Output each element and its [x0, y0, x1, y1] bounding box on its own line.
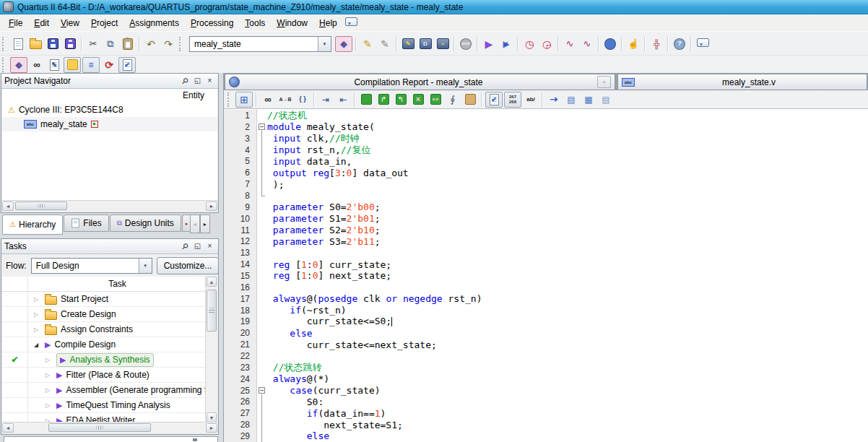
scroll-thumb[interactable]: [48, 423, 151, 432]
code-line[interactable]: 13: [224, 247, 868, 259]
code-editor[interactable]: 1//状态机2−module mealy_state(3 input clk,/…: [224, 110, 868, 442]
fold-margin[interactable]: −: [257, 385, 267, 396]
code-line[interactable]: 26 S0:: [224, 396, 868, 407]
code-line[interactable]: 15 reg [1:0] next_state;: [224, 270, 868, 282]
waveform-import-icon[interactable]: ∿: [579, 37, 595, 51]
code-line[interactable]: 9 parameter S0=2'b00;: [224, 202, 868, 213]
code-line[interactable]: 28 next_state=S1;: [224, 419, 868, 430]
entity-dropdown[interactable]: mealy_state▼: [189, 36, 331, 52]
start-compilation-icon[interactable]: ▶: [481, 37, 497, 51]
code-line[interactable]: 2−module mealy_state(: [224, 121, 868, 133]
line-list-icon[interactable]: ▤: [563, 92, 579, 107]
copy-icon[interactable]: ⧉: [103, 37, 118, 51]
undo-icon[interactable]: ↶: [143, 37, 159, 51]
code-line[interactable]: 18 if(~rst_n): [224, 305, 868, 316]
menu-window[interactable]: Window: [271, 16, 313, 30]
task-row[interactable]: ▷Assign Constraints: [2, 322, 207, 337]
code-line[interactable]: 1//状态机: [224, 110, 868, 121]
sticky-note-icon[interactable]: [64, 57, 81, 73]
expander-collapsed-icon[interactable]: ▷: [31, 296, 41, 303]
toolbar-grip[interactable]: [2, 37, 6, 51]
scroll-up-button[interactable]: ▲: [207, 277, 217, 287]
code-line[interactable]: 14 reg [1:0] curr_state;: [224, 259, 868, 270]
pin-icon[interactable]: ⚲: [178, 239, 193, 254]
tab-scroll-right-button[interactable]: ▸: [200, 214, 210, 233]
expander-collapsed-icon[interactable]: ▷: [43, 357, 53, 363]
restore-window-icon[interactable]: ◱: [192, 241, 203, 251]
toolbar-grip[interactable]: [227, 92, 231, 107]
indent-icon[interactable]: ⇥: [318, 92, 334, 107]
code-line[interactable]: 29 else: [224, 430, 868, 442]
previous-bookmark-icon[interactable]: ↰: [393, 92, 409, 107]
chevron-down-icon[interactable]: ▼: [318, 37, 331, 51]
scroll-down-button[interactable]: ▼: [207, 412, 217, 422]
block-select-icon[interactable]: ▤: [598, 92, 614, 107]
chevron-down-icon[interactable]: ▼: [139, 259, 152, 273]
task-row[interactable]: ✔▷▶Analysis & Synthesis: [2, 352, 207, 368]
edit-document-icon[interactable]: ✎: [46, 58, 62, 72]
code-line[interactable]: 23 //状态跳转: [224, 362, 868, 373]
expander-collapsed-icon[interactable]: ▷: [31, 326, 41, 333]
code-line[interactable]: 16: [224, 282, 868, 293]
redo-icon[interactable]: ↷: [160, 37, 176, 51]
entity-tree-item[interactable]: abcmealy_state: [2, 117, 217, 131]
scroll-right-button[interactable]: ►: [206, 423, 217, 433]
task-row[interactable]: ▷▶Assembler (Generate programming file: [2, 383, 207, 398]
document-tab[interactable]: Compilation Report - mealy_state×: [225, 74, 615, 90]
vertical-scrollbar[interactable]: ▲ ▼: [205, 277, 217, 422]
help-icon[interactable]: ?: [672, 37, 687, 51]
menu-help[interactable]: Help: [313, 16, 343, 30]
scroll-right-button[interactable]: ►: [206, 202, 217, 211]
menu-project[interactable]: Project: [85, 16, 123, 30]
waveform-export-icon[interactable]: ∿: [562, 37, 578, 51]
code-line[interactable]: 10 parameter S1=2'b01;: [224, 213, 868, 225]
restore-window-icon[interactable]: ◱: [192, 76, 203, 86]
feedback-bubble-icon[interactable]: [344, 16, 360, 30]
tab-design-units[interactable]: ⧉Design Units: [110, 214, 181, 232]
fold-collapse-icon[interactable]: −: [259, 124, 265, 130]
expander-collapsed-icon[interactable]: ▷: [43, 402, 53, 409]
horizontal-scrollbar[interactable]: ◄ ►: [2, 422, 217, 433]
pin-icon[interactable]: ⚲: [178, 74, 193, 89]
expander-expanded-icon[interactable]: ◢: [31, 342, 41, 348]
scroll-track[interactable]: [14, 422, 206, 433]
entity-tree-item[interactable]: ⚠Cyclone III: EP3C5E144C8: [2, 103, 217, 117]
expander-collapsed-icon[interactable]: ▷: [43, 372, 53, 378]
close-icon[interactable]: ×: [204, 241, 215, 251]
code-line[interactable]: 11 parameter S2=2'b10;: [224, 225, 868, 236]
fold-collapse-icon[interactable]: −: [259, 387, 265, 394]
code-line[interactable]: 3 input clk,//时钟: [224, 133, 868, 144]
task-row[interactable]: ▷Create Design: [2, 307, 207, 322]
shield-x-icon[interactable]: ◆×: [10, 57, 27, 73]
chip-blue-icon[interactable]: [602, 37, 618, 51]
scroll-left-button[interactable]: ◄: [2, 202, 14, 211]
chip-d-icon[interactable]: D: [417, 37, 433, 51]
comment-slash-icon[interactable]: ab/: [523, 92, 539, 107]
feedback-bubble-icon[interactable]: [695, 37, 711, 51]
scroll-track[interactable]: [14, 201, 206, 212]
shield-x-icon[interactable]: ◆×: [335, 36, 352, 52]
settings-list-icon[interactable]: ≡: [82, 57, 100, 73]
task-row[interactable]: ▷Start Project: [2, 292, 207, 307]
close-icon[interactable]: ×: [204, 76, 215, 86]
save-all-icon[interactable]: [62, 37, 78, 51]
code-line[interactable]: 19 curr_state<=S0;: [224, 316, 868, 327]
tab-hierarchy[interactable]: ⚠Hierarchy: [2, 214, 63, 235]
flow-dropdown[interactable]: Full Design▼: [31, 258, 152, 274]
check-document-icon[interactable]: ✔: [485, 92, 503, 108]
paperclip-icon[interactable]: ∮: [445, 92, 461, 107]
new-document-icon[interactable]: [10, 37, 26, 51]
binoculars-icon[interactable]: ∞: [29, 58, 45, 72]
stop-icon[interactable]: STOP: [458, 37, 474, 51]
hand-icon[interactable]: ☝: [625, 37, 641, 51]
export-window-icon[interactable]: ⊞: [235, 92, 253, 108]
goto-line-icon[interactable]: ⇢: [546, 92, 562, 107]
expander-collapsed-icon[interactable]: ▷: [43, 387, 53, 394]
tab-scroll-left-button[interactable]: ◂: [190, 214, 200, 233]
paste-clipboard-icon[interactable]: [120, 37, 136, 51]
numbered-lines-icon[interactable]: ▦: [581, 92, 596, 107]
code-line[interactable]: 7 );: [224, 178, 868, 190]
toolbar-grip[interactable]: [179, 37, 183, 51]
pencil-gray-icon[interactable]: ✎: [377, 37, 393, 51]
scroll-icon[interactable]: [462, 92, 478, 107]
